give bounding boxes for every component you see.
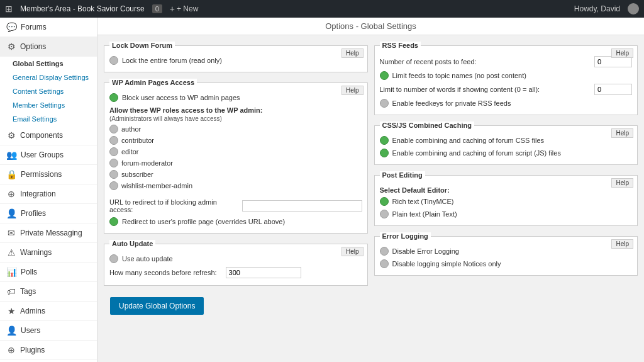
cache-js-toggle[interactable]	[380, 149, 389, 157]
wp-admin-access-title: WP Admin Pages Access	[109, 79, 197, 86]
components-icon: ⚙	[6, 130, 16, 140]
wp-admin-access-help[interactable]: Help	[341, 86, 364, 95]
role-wishlist-toggle[interactable]	[109, 181, 118, 190]
roles-list: author contributor editor forum-mod	[109, 122, 362, 193]
role-subscriber: subscriber	[109, 169, 362, 180]
cache-css-label: Enable combining and caching of forum CS…	[392, 137, 545, 144]
sidebar-item-options[interactable]: ⚙ Options	[0, 37, 97, 57]
new-label: + New	[177, 4, 198, 13]
site-name[interactable]: Member's Area - Book Savior Course	[20, 4, 145, 13]
role-subscriber-toggle[interactable]	[109, 170, 118, 179]
limit-words-row: Limit to number of words if showing cont…	[380, 82, 633, 97]
plain-text-toggle[interactable]	[380, 210, 389, 218]
sidebar-item-permissions[interactable]: 🔒 Permissions	[0, 165, 97, 184]
disable-logging-toggle[interactable]	[380, 247, 389, 256]
role-editor-label: editor	[121, 148, 139, 156]
limit-words-input[interactable]	[594, 84, 632, 95]
update-btn-bar: Update Global Options	[104, 292, 368, 320]
error-logging-help[interactable]: Help	[611, 239, 633, 249]
lock-forum-toggle[interactable]	[109, 56, 118, 65]
sidebar-item-private-messaging[interactable]: ✉ Private Messaging	[0, 223, 97, 243]
sidebar-item-profiles[interactable]: 👤 Profiles	[0, 204, 97, 223]
update-global-options-button[interactable]: Update Global Options	[110, 297, 204, 315]
main-layout: 💬 Forums ⚙ Options Global Settings Gener…	[0, 18, 644, 362]
cache-css-toggle[interactable]	[380, 136, 389, 145]
comment-count[interactable]: 0	[152, 4, 162, 13]
limit-words-label: Limit to number of words if showing cont…	[380, 86, 540, 93]
tags-icon: 🏷	[6, 286, 16, 297]
cache-js-row: Enable combining and caching of forum sc…	[380, 147, 633, 159]
disable-notices-row: Disable logging simple Notices only	[380, 257, 633, 270]
role-author: author	[109, 123, 362, 135]
sidebar-item-components[interactable]: ⚙ Components	[0, 126, 97, 145]
post-editing-help[interactable]: Help	[611, 178, 633, 188]
role-contributor-toggle[interactable]	[109, 136, 118, 145]
lock-down-forum-title: Lock Down Forum	[109, 42, 175, 49]
url-redirect-input[interactable]	[242, 200, 362, 212]
sidebar-item-polls[interactable]: 📊 Polls	[0, 263, 97, 282]
role-contributor: contributor	[109, 135, 362, 146]
usergroups-icon: 👥	[6, 150, 17, 160]
profiles-label: Profiles	[21, 209, 46, 218]
disable-notices-label: Disable logging simple Notices only	[392, 260, 501, 268]
role-forum-moderator-toggle[interactable]	[109, 159, 118, 167]
sidebar-item-users[interactable]: 👤 Users	[0, 321, 97, 341]
subitem-global-settings[interactable]: Global Settings	[0, 57, 97, 71]
limit-feeds-row: Limit feeds to topic names (no post cont…	[380, 69, 633, 82]
auto-update-help[interactable]: Help	[341, 247, 364, 256]
redirect-profile-toggle[interactable]	[109, 217, 118, 226]
subitem-email-settings[interactable]: Email Settings	[0, 112, 97, 126]
disable-notices-toggle[interactable]	[380, 259, 389, 268]
sidebar-item-tags[interactable]: 🏷 Tags	[0, 282, 97, 302]
options-grid: Lock Down Forum Help Lock the entire for…	[97, 35, 644, 326]
plain-text-row: Plain text (Plain Text)	[380, 208, 633, 220]
subitem-general-display[interactable]: General Display Settings	[0, 71, 97, 84]
sidebar-item-user-groups[interactable]: 👥 User Groups	[0, 145, 97, 165]
feedkeys-label: Enable feedkeys for private RSS feeds	[392, 99, 511, 107]
permissions-label: Permissions	[21, 170, 62, 179]
refresh-input[interactable]	[226, 267, 301, 278]
feedkeys-toggle[interactable]	[380, 99, 389, 108]
admins-icon: ★	[6, 306, 16, 316]
sidebar-item-admins[interactable]: ★ Admins	[0, 302, 97, 321]
post-editing-section: Post Editing Help Select Default Editor:…	[374, 171, 638, 226]
redirect-profile-label: Redirect to user's profile page (overrid…	[122, 218, 285, 225]
block-access-row: Block user access to WP admin pages	[109, 91, 362, 104]
rss-feeds-help[interactable]: Help	[611, 48, 633, 58]
css-js-caching-help[interactable]: Help	[611, 128, 633, 138]
role-author-toggle[interactable]	[109, 125, 118, 133]
use-auto-update-toggle[interactable]	[109, 254, 118, 263]
sidebar-item-plugins[interactable]: ⊕ Plugins	[0, 341, 97, 360]
disable-logging-row: Disable Error Logging	[380, 245, 633, 257]
auto-update-section: Auto Update Help Use auto update How man…	[104, 240, 368, 286]
subitem-member-settings[interactable]: Member Settings	[0, 98, 97, 112]
plugins-icon: ⊕	[6, 345, 16, 355]
subitem-content-settings[interactable]: Content Settings	[0, 84, 97, 98]
polls-icon: 📊	[6, 267, 17, 277]
rich-text-row: Rich text (TinyMCE)	[380, 195, 633, 208]
block-access-toggle[interactable]	[109, 93, 118, 102]
limit-feeds-toggle[interactable]	[380, 71, 389, 80]
css-js-caching-title: CSS/JS Combined Caching	[380, 122, 474, 129]
redirect-profile-row: Redirect to user's profile page (overrid…	[109, 215, 362, 228]
sidebar-item-warnings[interactable]: ⚠ Warnings	[0, 243, 97, 263]
tags-label: Tags	[20, 287, 36, 296]
role-forum-moderator: forum-moderator	[109, 157, 362, 169]
allow-roles-title: Allow these WP roles access to the WP ad…	[109, 106, 362, 114]
forums-icon: 💬	[6, 22, 17, 32]
rich-text-toggle[interactable]	[380, 197, 389, 206]
sidebar-item-integration[interactable]: ⊕ Integration	[0, 184, 97, 204]
admin-bar: ⊞ Member's Area - Book Savior Course 0 +…	[0, 0, 644, 18]
cache-css-row: Enable combining and caching of forum CS…	[380, 134, 633, 147]
role-editor: editor	[109, 146, 362, 157]
new-button[interactable]: + + New	[170, 4, 199, 14]
components-label: Components	[20, 131, 63, 140]
profiles-icon: 👤	[6, 208, 17, 218]
role-author-label: author	[121, 125, 141, 133]
use-auto-update-label: Use auto update	[122, 255, 173, 263]
role-editor-toggle[interactable]	[109, 147, 118, 156]
sidebar: 💬 Forums ⚙ Options Global Settings Gener…	[0, 18, 97, 362]
block-access-label: Block user access to WP admin pages	[122, 94, 240, 101]
sidebar-item-forums[interactable]: 💬 Forums	[0, 18, 97, 37]
lock-down-forum-help[interactable]: Help	[341, 48, 364, 58]
